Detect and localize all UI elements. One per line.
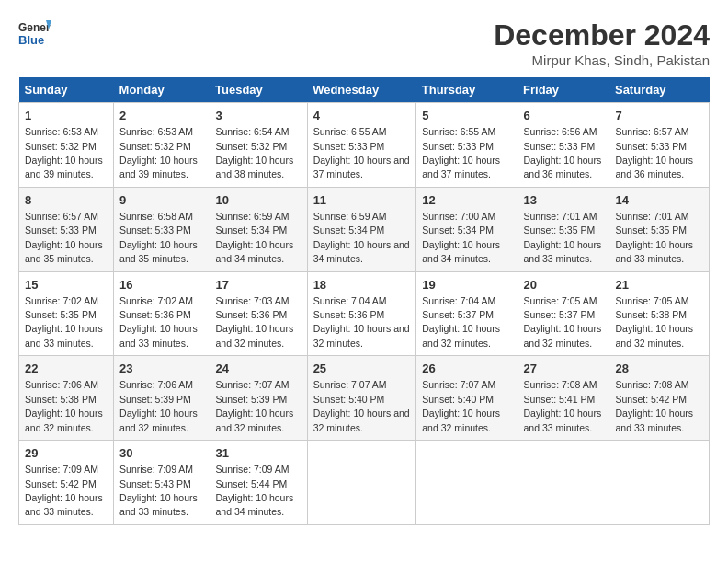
day-detail: Daylight: 10 hours and 32 minutes. bbox=[216, 323, 294, 348]
col-header-monday: Monday bbox=[114, 77, 210, 103]
day-cell: 27Sunrise: 7:08 AMSunset: 5:41 PMDayligh… bbox=[518, 356, 609, 441]
day-detail: Sunrise: 7:00 AM bbox=[422, 211, 495, 222]
day-cell: 30Sunrise: 7:09 AMSunset: 5:43 PMDayligh… bbox=[114, 441, 210, 525]
day-detail: Sunrise: 6:59 AM bbox=[313, 211, 387, 222]
day-number: 9 bbox=[119, 192, 203, 209]
day-detail: Sunset: 5:35 PM bbox=[25, 309, 97, 320]
day-number: 8 bbox=[25, 192, 108, 209]
day-detail: Sunrise: 7:04 AM bbox=[313, 295, 387, 306]
day-detail: Sunset: 5:41 PM bbox=[524, 394, 596, 405]
day-number: 16 bbox=[119, 277, 203, 293]
day-detail: Sunrise: 7:08 AM bbox=[524, 379, 597, 390]
week-row-3: 15Sunrise: 7:02 AMSunset: 5:35 PMDayligh… bbox=[19, 271, 710, 356]
day-detail: Sunset: 5:43 PM bbox=[119, 478, 191, 489]
day-detail: Sunrise: 6:55 AM bbox=[313, 126, 387, 137]
day-detail: Sunset: 5:36 PM bbox=[313, 309, 385, 320]
day-cell bbox=[416, 441, 518, 525]
day-detail: Sunset: 5:37 PM bbox=[524, 309, 596, 320]
day-detail: Sunset: 5:36 PM bbox=[216, 309, 288, 320]
day-detail: Sunrise: 7:03 AM bbox=[216, 295, 290, 306]
day-number: 31 bbox=[216, 445, 301, 462]
day-detail: Daylight: 10 hours and 32 minutes. bbox=[216, 408, 294, 432]
day-detail: Sunset: 5:34 PM bbox=[422, 224, 494, 236]
day-detail: Sunset: 5:40 PM bbox=[422, 394, 494, 405]
day-number: 6 bbox=[524, 108, 604, 124]
day-number: 19 bbox=[422, 277, 511, 293]
day-cell: 8Sunrise: 6:57 AMSunset: 5:33 PMDaylight… bbox=[19, 187, 114, 271]
day-number: 26 bbox=[422, 361, 511, 377]
day-detail: Daylight: 10 hours and 33 minutes. bbox=[119, 492, 198, 517]
day-detail: Daylight: 10 hours and 39 minutes. bbox=[119, 155, 198, 179]
day-detail: Sunrise: 6:57 AM bbox=[25, 211, 98, 222]
day-detail: Daylight: 10 hours and 37 minutes. bbox=[422, 155, 500, 179]
day-detail: Sunset: 5:33 PM bbox=[615, 141, 687, 152]
day-cell: 15Sunrise: 7:02 AMSunset: 5:35 PMDayligh… bbox=[19, 271, 114, 356]
week-row-5: 29Sunrise: 7:09 AMSunset: 5:42 PMDayligh… bbox=[19, 441, 710, 525]
day-number: 12 bbox=[422, 192, 511, 209]
day-detail: Daylight: 10 hours and 32 minutes. bbox=[422, 408, 500, 432]
day-number: 27 bbox=[524, 361, 604, 377]
day-detail: Sunset: 5:32 PM bbox=[25, 141, 97, 152]
day-cell: 13Sunrise: 7:01 AMSunset: 5:35 PMDayligh… bbox=[518, 187, 609, 271]
day-cell bbox=[518, 441, 609, 525]
logo-svg: General Blue bbox=[18, 18, 51, 52]
day-cell: 12Sunrise: 7:00 AMSunset: 5:34 PMDayligh… bbox=[416, 187, 518, 271]
day-cell: 17Sunrise: 7:03 AMSunset: 5:36 PMDayligh… bbox=[210, 271, 307, 356]
day-cell: 2Sunrise: 6:53 AMSunset: 5:32 PMDaylight… bbox=[114, 103, 210, 188]
svg-text:Blue: Blue bbox=[18, 33, 44, 47]
title-block: December 2024 Mirpur Khas, Sindh, Pakist… bbox=[494, 18, 710, 68]
day-detail: Sunset: 5:34 PM bbox=[313, 224, 385, 236]
svg-text:General: General bbox=[18, 21, 51, 34]
day-detail: Sunrise: 7:09 AM bbox=[25, 464, 98, 475]
day-detail: Sunrise: 7:06 AM bbox=[25, 379, 98, 390]
day-number: 14 bbox=[615, 192, 703, 209]
day-detail: Sunrise: 7:05 AM bbox=[524, 295, 597, 306]
day-detail: Daylight: 10 hours and 34 minutes. bbox=[313, 239, 410, 264]
week-row-1: 1Sunrise: 6:53 AMSunset: 5:32 PMDaylight… bbox=[19, 103, 710, 188]
day-detail: Sunset: 5:42 PM bbox=[25, 478, 97, 489]
day-detail: Sunset: 5:32 PM bbox=[119, 141, 191, 152]
day-number: 5 bbox=[422, 108, 511, 124]
day-detail: Sunset: 5:37 PM bbox=[422, 309, 494, 320]
day-cell: 29Sunrise: 7:09 AMSunset: 5:42 PMDayligh… bbox=[19, 441, 114, 525]
day-detail: Daylight: 10 hours and 36 minutes. bbox=[524, 155, 602, 179]
day-detail: Sunset: 5:33 PM bbox=[422, 141, 494, 152]
day-number: 28 bbox=[615, 361, 703, 377]
day-detail: Sunset: 5:40 PM bbox=[313, 394, 385, 405]
day-cell: 19Sunrise: 7:04 AMSunset: 5:37 PMDayligh… bbox=[416, 271, 518, 356]
page-subtitle: Mirpur Khas, Sindh, Pakistan bbox=[494, 52, 710, 68]
day-detail: Daylight: 10 hours and 33 minutes. bbox=[25, 492, 103, 517]
day-number: 1 bbox=[25, 108, 108, 124]
day-cell: 22Sunrise: 7:06 AMSunset: 5:38 PMDayligh… bbox=[19, 356, 114, 441]
day-detail: Sunrise: 7:01 AM bbox=[615, 211, 688, 222]
day-number: 10 bbox=[216, 192, 301, 209]
page-title: December 2024 bbox=[494, 18, 710, 52]
calendar-table: SundayMondayTuesdayWednesdayThursdayFrid… bbox=[18, 77, 710, 525]
day-detail: Daylight: 10 hours and 39 minutes. bbox=[25, 155, 103, 179]
day-number: 24 bbox=[216, 361, 301, 377]
day-detail: Sunrise: 7:08 AM bbox=[615, 379, 688, 390]
day-detail: Daylight: 10 hours and 32 minutes. bbox=[119, 408, 198, 432]
col-header-sunday: Sunday bbox=[19, 77, 114, 103]
day-cell: 16Sunrise: 7:02 AMSunset: 5:36 PMDayligh… bbox=[114, 271, 210, 356]
day-detail: Daylight: 10 hours and 32 minutes. bbox=[313, 323, 410, 348]
day-cell bbox=[609, 441, 710, 525]
day-number: 2 bbox=[119, 108, 203, 124]
day-detail: Daylight: 10 hours and 33 minutes. bbox=[524, 408, 602, 432]
day-detail: Daylight: 10 hours and 34 minutes. bbox=[216, 239, 294, 264]
day-detail: Sunrise: 7:04 AM bbox=[422, 295, 495, 306]
day-detail: Sunrise: 7:01 AM bbox=[524, 211, 597, 222]
day-detail: Daylight: 10 hours and 32 minutes. bbox=[524, 323, 602, 348]
week-row-2: 8Sunrise: 6:57 AMSunset: 5:33 PMDaylight… bbox=[19, 187, 710, 271]
day-number: 22 bbox=[25, 361, 108, 377]
day-detail: Sunset: 5:39 PM bbox=[119, 394, 191, 405]
day-detail: Sunrise: 6:56 AM bbox=[524, 126, 597, 137]
day-detail: Daylight: 10 hours and 32 minutes. bbox=[615, 323, 693, 348]
day-detail: Daylight: 10 hours and 33 minutes. bbox=[524, 239, 602, 264]
day-cell: 5Sunrise: 6:55 AMSunset: 5:33 PMDaylight… bbox=[416, 103, 518, 188]
day-number: 4 bbox=[313, 108, 411, 124]
day-detail: Sunset: 5:39 PM bbox=[216, 394, 288, 405]
day-detail: Daylight: 10 hours and 34 minutes. bbox=[216, 492, 294, 517]
day-detail: Sunset: 5:42 PM bbox=[615, 394, 687, 405]
day-cell: 11Sunrise: 6:59 AMSunset: 5:34 PMDayligh… bbox=[307, 187, 416, 271]
